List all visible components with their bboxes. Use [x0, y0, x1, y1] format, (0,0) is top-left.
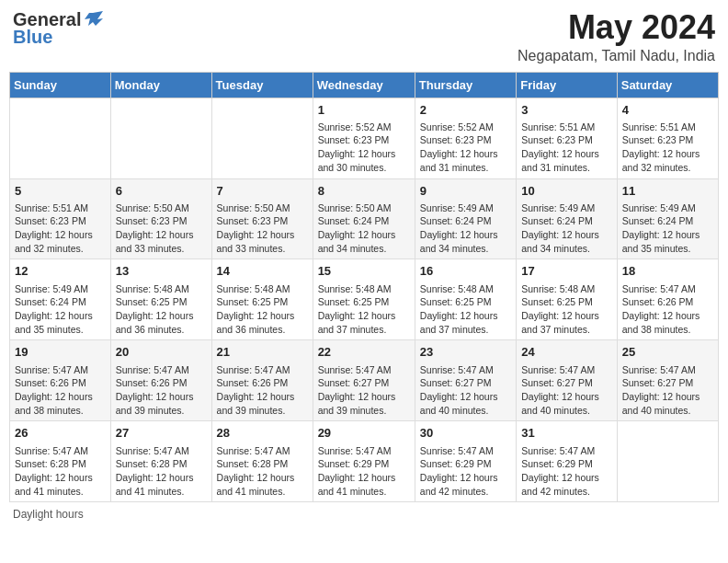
day-number: 25: [622, 344, 713, 361]
calendar-cell: 25Sunrise: 5:47 AMSunset: 6:27 PMDayligh…: [617, 340, 718, 421]
calendar-cell: 14Sunrise: 5:48 AMSunset: 6:25 PMDayligh…: [211, 259, 313, 340]
day-number: 3: [521, 102, 612, 119]
day-info: Sunset: 6:23 PM: [318, 133, 410, 147]
location-text: Negapatam, Tamil Nadu, India: [518, 48, 715, 64]
calendar-cell: 17Sunrise: 5:48 AMSunset: 6:25 PMDayligh…: [517, 259, 618, 340]
week-row-1: 1Sunrise: 5:52 AMSunset: 6:23 PMDaylight…: [10, 98, 719, 178]
weekday-header-monday: Monday: [110, 72, 211, 98]
day-info: Daylight: 12 hours and 33 minutes.: [116, 228, 207, 255]
calendar-cell: 12Sunrise: 5:49 AMSunset: 6:24 PMDayligh…: [10, 259, 111, 340]
calendar-cell: 5Sunrise: 5:51 AMSunset: 6:23 PMDaylight…: [10, 178, 111, 259]
day-number: 31: [521, 425, 612, 442]
day-info: Daylight: 12 hours and 40 minutes.: [521, 390, 612, 417]
day-info: Daylight: 12 hours and 40 minutes.: [420, 390, 511, 417]
calendar-cell: 9Sunrise: 5:49 AMSunset: 6:24 PMDaylight…: [415, 178, 516, 259]
day-info: Sunrise: 5:51 AM: [622, 121, 713, 134]
day-info: Sunrise: 5:47 AM: [318, 363, 410, 377]
day-info: Sunset: 6:23 PM: [521, 133, 612, 147]
weekday-header-sunday: Sunday: [10, 72, 111, 98]
day-info: Sunset: 6:26 PM: [217, 376, 308, 390]
day-number: 23: [420, 344, 511, 361]
day-info: Sunrise: 5:52 AM: [420, 121, 511, 134]
day-info: Daylight: 12 hours and 39 minutes.: [318, 390, 410, 417]
day-info: Sunrise: 5:49 AM: [420, 201, 511, 215]
weekday-header-wednesday: Wednesday: [313, 72, 415, 98]
calendar-cell: 27Sunrise: 5:47 AMSunset: 6:28 PMDayligh…: [110, 421, 211, 502]
logo-bird-icon: [83, 9, 103, 29]
calendar-cell: 29Sunrise: 5:47 AMSunset: 6:29 PMDayligh…: [313, 421, 415, 502]
weekday-header-thursday: Thursday: [415, 72, 516, 98]
week-row-3: 12Sunrise: 5:49 AMSunset: 6:24 PMDayligh…: [10, 259, 719, 340]
day-number: 21: [217, 344, 308, 361]
day-number: 9: [420, 183, 511, 200]
calendar-cell: 19Sunrise: 5:47 AMSunset: 6:26 PMDayligh…: [10, 340, 111, 421]
day-number: 10: [521, 183, 612, 200]
day-info: Sunset: 6:23 PM: [217, 214, 308, 228]
week-row-4: 19Sunrise: 5:47 AMSunset: 6:26 PMDayligh…: [10, 340, 719, 421]
day-number: 27: [116, 425, 207, 442]
day-info: Sunset: 6:24 PM: [15, 295, 106, 309]
day-info: Sunrise: 5:50 AM: [217, 201, 308, 215]
calendar-cell: 1Sunrise: 5:52 AMSunset: 6:23 PMDaylight…: [313, 98, 415, 178]
day-info: Sunrise: 5:47 AM: [622, 282, 713, 296]
day-info: Daylight: 12 hours and 41 minutes.: [15, 471, 106, 498]
day-number: 18: [622, 263, 713, 280]
weekday-header-saturday: Saturday: [617, 72, 718, 98]
day-info: Sunrise: 5:50 AM: [116, 201, 207, 215]
day-number: 12: [15, 263, 106, 280]
day-info: Sunrise: 5:47 AM: [116, 444, 207, 458]
day-info: Sunset: 6:24 PM: [622, 214, 713, 228]
day-info: Sunrise: 5:49 AM: [15, 282, 106, 296]
logo: General Blue: [13, 9, 103, 48]
day-info: Sunrise: 5:47 AM: [521, 363, 612, 377]
day-info: Sunset: 6:27 PM: [622, 376, 713, 390]
calendar-cell: 8Sunrise: 5:50 AMSunset: 6:24 PMDaylight…: [313, 178, 415, 259]
day-info: Sunrise: 5:47 AM: [521, 444, 612, 458]
day-info: Sunset: 6:26 PM: [15, 376, 106, 390]
calendar-cell: 16Sunrise: 5:48 AMSunset: 6:25 PMDayligh…: [415, 259, 516, 340]
day-info: Sunrise: 5:47 AM: [622, 363, 713, 377]
day-number: 16: [420, 263, 511, 280]
day-info: Sunrise: 5:47 AM: [217, 444, 308, 458]
logo-blue-text: Blue: [13, 27, 52, 48]
day-number: 7: [217, 183, 308, 200]
calendar-cell: 2Sunrise: 5:52 AMSunset: 6:23 PMDaylight…: [415, 98, 516, 178]
svg-marker-0: [85, 11, 103, 26]
week-row-5: 26Sunrise: 5:47 AMSunset: 6:28 PMDayligh…: [10, 421, 719, 502]
day-info: Sunset: 6:25 PM: [420, 295, 511, 309]
day-info: Daylight: 12 hours and 35 minutes.: [622, 228, 713, 255]
day-number: 5: [15, 183, 106, 200]
day-info: Sunset: 6:25 PM: [217, 295, 308, 309]
weekday-header-friday: Friday: [517, 72, 618, 98]
page-header: General Blue May 2024 Negapatam, Tamil N…: [9, 9, 719, 64]
day-number: 19: [15, 344, 106, 361]
day-info: Sunset: 6:26 PM: [622, 295, 713, 309]
day-info: Sunrise: 5:48 AM: [318, 282, 410, 296]
day-number: 14: [217, 263, 308, 280]
day-number: 24: [521, 344, 612, 361]
title-section: May 2024 Negapatam, Tamil Nadu, India: [518, 9, 715, 64]
day-info: Daylight: 12 hours and 31 minutes.: [521, 147, 612, 174]
day-info: Sunset: 6:27 PM: [318, 376, 410, 390]
calendar-cell: 23Sunrise: 5:47 AMSunset: 6:27 PMDayligh…: [415, 340, 516, 421]
day-info: Daylight: 12 hours and 32 minutes.: [15, 228, 106, 255]
day-number: 20: [116, 344, 207, 361]
day-info: Sunset: 6:23 PM: [15, 214, 106, 228]
calendar-cell: 20Sunrise: 5:47 AMSunset: 6:26 PMDayligh…: [110, 340, 211, 421]
day-info: Sunrise: 5:47 AM: [318, 444, 410, 458]
day-info: Daylight: 12 hours and 38 minutes.: [622, 309, 713, 336]
day-number: 11: [622, 183, 713, 200]
day-info: Sunrise: 5:48 AM: [420, 282, 511, 296]
day-info: Daylight: 12 hours and 40 minutes.: [622, 390, 713, 417]
day-info: Sunset: 6:24 PM: [318, 214, 410, 228]
calendar-cell: 28Sunrise: 5:47 AMSunset: 6:28 PMDayligh…: [211, 421, 313, 502]
calendar-cell: 4Sunrise: 5:51 AMSunset: 6:23 PMDaylight…: [617, 98, 718, 178]
day-info: Sunset: 6:25 PM: [116, 295, 207, 309]
calendar-cell: 10Sunrise: 5:49 AMSunset: 6:24 PMDayligh…: [517, 178, 618, 259]
day-number: 26: [15, 425, 106, 442]
day-info: Daylight: 12 hours and 33 minutes.: [217, 228, 308, 255]
day-info: Sunrise: 5:48 AM: [217, 282, 308, 296]
calendar-cell: 7Sunrise: 5:50 AMSunset: 6:23 PMDaylight…: [211, 178, 313, 259]
day-info: Sunrise: 5:51 AM: [521, 121, 612, 134]
day-number: 13: [116, 263, 207, 280]
